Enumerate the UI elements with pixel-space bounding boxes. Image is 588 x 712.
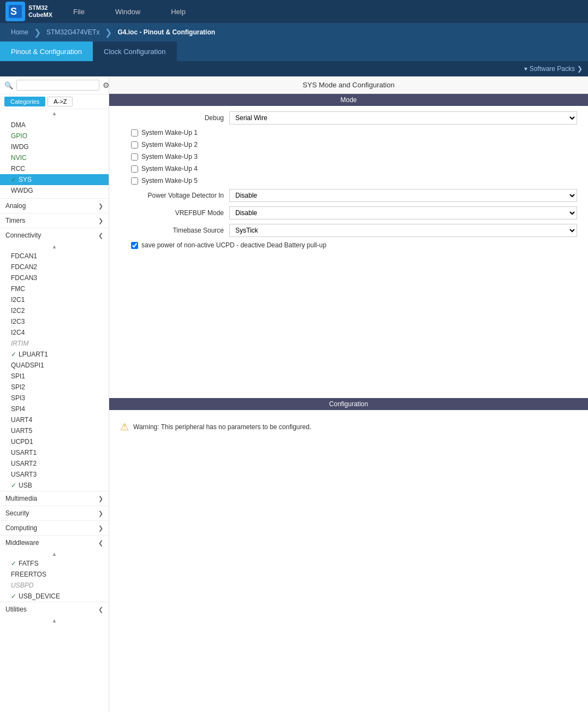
sidebar-item-uart5[interactable]: UART5	[0, 425, 109, 436]
sidebar-item-i2c2[interactable]: I2C2	[0, 305, 109, 316]
section-utilities-label: Utilities	[5, 606, 27, 613]
power-voltage-label: Power Voltage Detector In	[120, 192, 229, 199]
sidebar-item-gpio[interactable]: GPIO	[0, 130, 109, 141]
wakeup3-label: System Wake-Up 3	[141, 153, 198, 161]
logo-area: S STM32 CubeMX	[5, 2, 52, 21]
sidebar-item-quadspi1[interactable]: QUADSPI1	[0, 360, 109, 371]
sidebar-item-fdcan1[interactable]: FDCAN1	[0, 251, 109, 262]
sidebar-item-fmc[interactable]: FMC	[0, 283, 109, 294]
section-timers-arrow: ❯	[98, 217, 103, 224]
timebase-row: Timebase Source SysTick	[120, 224, 577, 237]
breadcrumb-config[interactable]: G4.ioc - Pinout & Configuration	[112, 26, 221, 38]
sidebar-item-lpuart1[interactable]: ✓ LPUART1	[0, 349, 109, 360]
sidebar-item-usart2[interactable]: USART2	[0, 458, 109, 469]
section-connectivity[interactable]: Connectivity ❮	[0, 228, 109, 242]
software-packs-button[interactable]: ▾ Software Packs ❯	[524, 65, 583, 73]
menu-items: File Window Help	[69, 5, 190, 18]
sidebar-item-usb-device[interactable]: ✓ USB_DEVICE	[0, 591, 109, 602]
scroll-up-indicator[interactable]: ▲	[0, 109, 109, 117]
section-middleware-arrow: ❮	[98, 539, 103, 547]
filter-tab-categories[interactable]: Categories	[4, 97, 45, 106]
chevron-right-icon: ❯	[577, 65, 583, 73]
power-voltage-row: Power Voltage Detector In Disable	[120, 189, 577, 202]
wakeup5-checkbox[interactable]	[131, 177, 138, 185]
sidebar-item-spi3[interactable]: SPI3	[0, 393, 109, 404]
wakeup3-row: System Wake-Up 3	[120, 153, 577, 161]
section-security[interactable]: Security ❯	[0, 506, 109, 520]
sidebar-item-i2c1[interactable]: I2C1	[0, 294, 109, 305]
tab-bar: Pinout & Configuration Clock Configurati…	[0, 41, 588, 61]
section-security-arrow: ❯	[98, 510, 103, 517]
sidebar-item-irtim[interactable]: IRTIM	[0, 338, 109, 349]
tab-pinout[interactable]: Pinout & Configuration	[0, 41, 93, 61]
tab-clock[interactable]: Clock Configuration	[93, 41, 176, 61]
debug-select[interactable]: Serial Wire JTAG (5 pins) JTAG (4 pins) …	[229, 111, 577, 124]
section-middleware[interactable]: Middleware ❮	[0, 535, 109, 550]
svg-text:S: S	[10, 6, 17, 17]
section-middleware-label: Middleware	[5, 539, 39, 547]
warning-icon: ⚠	[120, 421, 129, 433]
sidebar-item-wwdg[interactable]: WWDG	[0, 185, 109, 196]
power-voltage-select[interactable]: Disable	[229, 189, 577, 202]
app-logo-text: STM32 CubeMX	[28, 4, 52, 19]
sidebar-item-rcc[interactable]: RCC	[0, 163, 109, 174]
timebase-select[interactable]: SysTick	[229, 224, 577, 237]
section-utilities[interactable]: Utilities ❮	[0, 602, 109, 616]
sidebar-item-usb[interactable]: ✓ USB	[0, 480, 109, 491]
gear-icon[interactable]: ⚙	[103, 81, 109, 90]
wakeup3-checkbox[interactable]	[131, 153, 138, 161]
sidebar-item-i2c4[interactable]: I2C4	[0, 327, 109, 338]
save-power-label: save power of non-active UCPD - deactive…	[141, 241, 326, 249]
mode-section-header: Mode	[109, 94, 588, 106]
sidebar-item-sys[interactable]: ✓ SYS	[0, 174, 109, 185]
save-power-checkbox[interactable]	[131, 242, 138, 249]
sidebar-item-spi1[interactable]: SPI1	[0, 371, 109, 382]
sidebar-item-dma[interactable]: DMA	[0, 120, 109, 130]
breadcrumb-device[interactable]: STM32G474VETx	[41, 26, 105, 38]
check-icon-sys: ✓	[11, 176, 16, 183]
check-icon-fatfs: ✓	[11, 560, 16, 567]
sidebar-item-fdcan3[interactable]: FDCAN3	[0, 272, 109, 283]
sidebar-item-ucpd1[interactable]: UCPD1	[0, 436, 109, 447]
filter-tab-az[interactable]: A->Z	[47, 97, 73, 106]
sidebar-item-i2c3[interactable]: I2C3	[0, 316, 109, 327]
wakeup1-label: System Wake-Up 1	[141, 129, 198, 137]
section-multimedia[interactable]: Multimedia ❯	[0, 491, 109, 506]
middleware-items-list: ✓ FATFS FREERTOS USBPD ✓ USB_DEVICE	[0, 558, 109, 602]
search-icon: 🔍	[4, 81, 13, 90]
middleware-scroll-up[interactable]: ▲	[0, 550, 109, 558]
sidebar-item-iwdg[interactable]: IWDG	[0, 141, 109, 152]
wakeup4-checkbox[interactable]	[131, 165, 138, 173]
content-bottom-spacer	[109, 444, 588, 712]
section-analog[interactable]: Analog ❯	[0, 198, 109, 213]
sys-peripherals-list: DMA GPIO IWDG NVIC RCC ✓ SYS WWDG	[0, 117, 109, 198]
check-icon-usb: ✓	[11, 482, 16, 489]
vrefbuf-select[interactable]: Disable	[229, 206, 577, 219]
section-security-label: Security	[5, 509, 29, 517]
wakeup2-checkbox[interactable]	[131, 141, 138, 149]
sidebar: 🔍 ⚙ Categories A->Z ▲ DMA GPIO IWDG NVIC…	[0, 76, 109, 712]
wakeup1-checkbox[interactable]	[131, 129, 138, 137]
sidebar-item-spi2[interactable]: SPI2	[0, 382, 109, 393]
sidebar-item-usart3[interactable]: USART3	[0, 469, 109, 480]
breadcrumb-home[interactable]: Home	[5, 26, 34, 38]
sidebar-item-fatfs[interactable]: ✓ FATFS	[0, 558, 109, 569]
sidebar-item-usart1[interactable]: USART1	[0, 447, 109, 458]
utilities-scroll-down[interactable]: ▲	[0, 616, 109, 625]
sidebar-item-uart4[interactable]: UART4	[0, 414, 109, 425]
sidebar-item-spi4[interactable]: SPI4	[0, 404, 109, 414]
wakeup1-row: System Wake-Up 1	[120, 129, 577, 137]
sidebar-item-usbpd[interactable]: USBPD	[0, 580, 109, 591]
sidebar-item-fdcan2[interactable]: FDCAN2	[0, 262, 109, 272]
menu-help[interactable]: Help	[167, 5, 190, 18]
section-timers[interactable]: Timers ❯	[0, 213, 109, 228]
menu-window[interactable]: Window	[111, 5, 145, 18]
sidebar-item-lpuart1-label: LPUART1	[19, 351, 48, 358]
sidebar-item-nvic[interactable]: NVIC	[0, 152, 109, 163]
warning-area: ⚠ Warning: This peripheral has no parame…	[109, 410, 588, 444]
sidebar-item-freertos[interactable]: FREERTOS	[0, 569, 109, 580]
section-computing[interactable]: Computing ❯	[0, 520, 109, 535]
menu-file[interactable]: File	[69, 5, 89, 18]
connectivity-scroll-up[interactable]: ▲	[0, 242, 109, 251]
search-input[interactable]	[16, 80, 99, 91]
